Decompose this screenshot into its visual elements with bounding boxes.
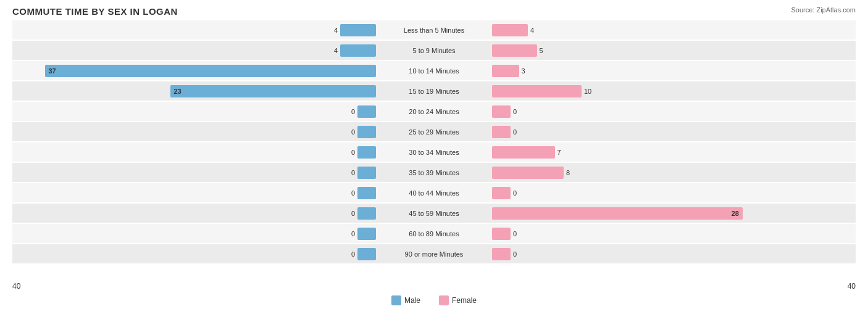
axis-right: 40 (848, 282, 856, 291)
bar-male (357, 105, 376, 118)
right-section: 0 (490, 244, 856, 263)
bar-female (492, 65, 519, 77)
bar-male-value: 0 (343, 189, 355, 197)
bar-male (357, 187, 376, 199)
bar-row-label: 40 to 44 Minutes (378, 189, 490, 197)
legend-female-label: Female (452, 296, 477, 305)
bar-female-value: 0 (513, 230, 525, 237)
bar-female-value: 8 (566, 169, 578, 176)
bar-male-value: 4 (325, 47, 338, 54)
chart-title: COMMUTE TIME BY SEX IN LOGAN (12, 6, 856, 17)
bar-row-label: 10 to 14 Minutes (378, 67, 490, 75)
bar-male (357, 207, 376, 220)
bar-row-label: 25 to 29 Minutes (378, 128, 490, 136)
table-row: 025 to 29 Minutes0 (12, 122, 856, 141)
table-row: 2315 to 19 Minutes10 (12, 81, 856, 101)
bar-female-value: 0 (513, 108, 525, 115)
left-section: 0 (12, 224, 378, 243)
right-section: 28 (490, 204, 856, 223)
bar-female-value: 5 (540, 47, 552, 54)
left-section: 4 (12, 41, 378, 60)
bar-male (340, 44, 376, 57)
right-section: 3 (490, 61, 856, 80)
bar-male-value: 0 (343, 250, 355, 258)
table-row: 045 to 59 Minutes28 (12, 204, 856, 223)
bar-row-label: 20 to 24 Minutes (378, 108, 490, 115)
legend-male-label: Male (404, 296, 420, 305)
table-row: 45 to 9 Minutes5 (12, 41, 856, 60)
bar-row-label: 60 to 89 Minutes (378, 230, 490, 237)
left-section: 23 (12, 81, 378, 101)
bar-female-value: 4 (530, 27, 543, 34)
left-section: 0 (12, 244, 378, 263)
table-row: 090 or more Minutes0 (12, 244, 856, 263)
chart-container: COMMUTE TIME BY SEX IN LOGAN Source: Zip… (0, 0, 868, 322)
bar-male (357, 228, 376, 240)
table-row: 035 to 39 Minutes8 (12, 163, 856, 182)
right-section: 8 (490, 163, 856, 182)
axis-labels: 40 40 (12, 282, 856, 291)
bar-male-value: 0 (343, 149, 355, 156)
bar-female (492, 85, 582, 97)
bar-female-value: 0 (513, 189, 525, 197)
bars-area: 4Less than 5 Minutes445 to 9 Minutes5371… (12, 20, 856, 279)
left-section: 0 (12, 102, 378, 121)
bar-row-label: 15 to 19 Minutes (378, 88, 490, 95)
right-section: 7 (490, 142, 856, 162)
bar-male: 23 (170, 85, 377, 97)
bar-female (492, 248, 511, 260)
right-section: 0 (490, 183, 856, 202)
bar-male-value: 0 (343, 128, 355, 136)
bar-female (492, 126, 511, 138)
table-row: 030 to 34 Minutes7 (12, 142, 856, 162)
table-row: 020 to 24 Minutes0 (12, 102, 856, 121)
right-section: 5 (490, 41, 856, 60)
bar-female-value: 3 (522, 67, 534, 75)
legend-female: Female (439, 295, 477, 305)
right-section: 0 (490, 224, 856, 243)
left-section: 0 (12, 204, 378, 223)
table-row: 4Less than 5 Minutes4 (12, 20, 856, 39)
legend-female-box (439, 295, 449, 305)
axis-left: 40 (12, 282, 20, 291)
bar-male (357, 248, 376, 260)
bar-male (340, 24, 376, 36)
left-section: 0 (12, 163, 378, 182)
table-row: 060 to 89 Minutes0 (12, 224, 856, 243)
bar-row-label: 30 to 34 Minutes (378, 149, 490, 156)
bar-male-value: 0 (343, 210, 355, 217)
bar-male-value: 0 (343, 169, 355, 176)
bar-male (357, 167, 376, 179)
left-section: 0 (12, 122, 378, 141)
bar-male-value: 4 (325, 27, 338, 34)
bar-male (357, 146, 376, 159)
legend-male-box (391, 295, 401, 305)
bar-female-value: 0 (513, 250, 525, 258)
bar-female (492, 187, 511, 199)
left-section: 37 (12, 61, 378, 80)
bar-female-value: 10 (584, 88, 596, 95)
bar-row-label: 45 to 59 Minutes (378, 210, 490, 217)
right-section: 4 (490, 20, 856, 39)
bar-female (492, 167, 564, 179)
right-section: 10 (490, 81, 856, 101)
source-label: Source: ZipAtlas.com (791, 6, 856, 14)
legend: Male Female (12, 295, 856, 305)
bar-female (492, 44, 537, 57)
left-section: 0 (12, 142, 378, 162)
bar-male-value: 37 (49, 67, 56, 75)
bar-row-label: Less than 5 Minutes (378, 27, 490, 34)
bar-row-label: 5 to 9 Minutes (378, 47, 490, 54)
left-section: 0 (12, 183, 378, 202)
bar-female-value: 28 (732, 210, 739, 217)
right-section: 0 (490, 102, 856, 121)
bar-female (492, 228, 511, 240)
bar-row-label: 90 or more Minutes (378, 250, 490, 258)
bar-female (492, 146, 555, 159)
bar-male (357, 126, 376, 138)
table-row: 3710 to 14 Minutes3 (12, 61, 856, 80)
bar-female: 28 (492, 207, 743, 220)
bar-female (492, 105, 511, 118)
bar-male-value: 0 (343, 230, 355, 237)
bar-row-label: 35 to 39 Minutes (378, 169, 490, 176)
